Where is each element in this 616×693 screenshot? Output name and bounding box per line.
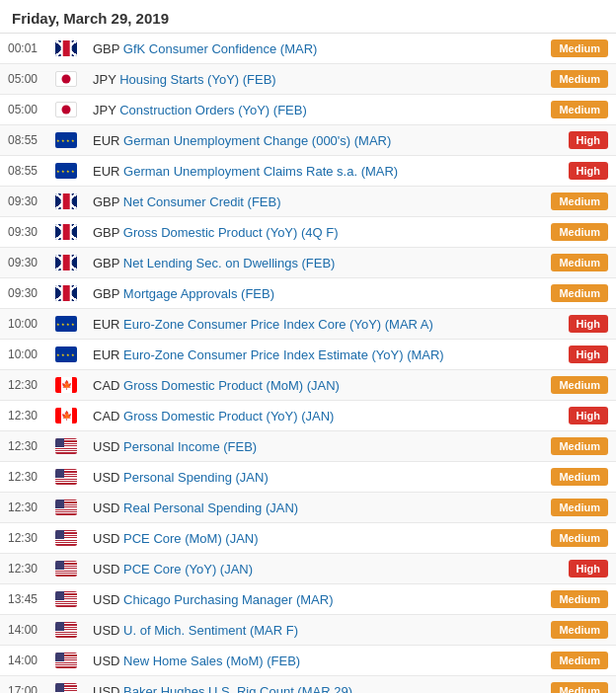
event-name-link[interactable]: Chicago Purchasing Manager (MAR) bbox=[123, 592, 333, 607]
event-flag bbox=[47, 615, 85, 646]
table-row: 08:55EUR German Unemployment Claims Rate… bbox=[0, 156, 616, 187]
flag-gb-icon bbox=[55, 40, 77, 56]
table-row: 14:00USD U. of Mich. Sentiment (MAR F)Me… bbox=[0, 615, 616, 646]
event-description[interactable]: EUR Euro-Zone Consumer Price Index Estim… bbox=[85, 340, 543, 370]
event-importance-cell: High bbox=[543, 554, 616, 584]
flag-us-icon bbox=[55, 500, 77, 515]
event-importance-cell: Medium bbox=[543, 217, 616, 248]
event-description[interactable]: USD PCE Core (YoY) (JAN) bbox=[85, 554, 543, 584]
importance-badge: Medium bbox=[551, 39, 608, 57]
table-row: 12:30USD Personal Spending (JAN)Medium bbox=[0, 462, 616, 493]
event-currency: USD bbox=[93, 623, 123, 638]
event-name-link[interactable]: Net Consumer Credit (FEB) bbox=[123, 194, 281, 209]
event-name-link[interactable]: Mortgage Approvals (FEB) bbox=[123, 286, 274, 301]
event-name-link[interactable]: Euro-Zone Consumer Price Index Estimate … bbox=[123, 347, 444, 362]
event-flag bbox=[47, 462, 85, 493]
event-name-link[interactable]: Net Lending Sec. on Dwellings (FEB) bbox=[123, 256, 336, 270]
importance-badge: Medium bbox=[551, 590, 608, 608]
event-time: 17:00 bbox=[0, 676, 47, 694]
event-description[interactable]: GBP GfK Consumer Confidence (MAR) bbox=[85, 34, 543, 64]
event-description[interactable]: GBP Net Lending Sec. on Dwellings (FEB) bbox=[85, 248, 543, 278]
event-description[interactable]: USD Real Personal Spending (JAN) bbox=[85, 493, 543, 523]
table-row: 05:00JPY Housing Starts (YoY) (FEB)Mediu… bbox=[0, 64, 616, 95]
event-time: 10:00 bbox=[0, 340, 47, 370]
importance-badge: Medium bbox=[551, 621, 608, 639]
importance-badge: Medium bbox=[551, 468, 608, 486]
event-name-link[interactable]: Housing Starts (YoY) (FEB) bbox=[119, 72, 275, 87]
flag-us-icon bbox=[55, 561, 77, 577]
event-importance-cell: Medium bbox=[543, 248, 616, 278]
event-currency: JPY bbox=[93, 103, 119, 117]
table-row: 14:00USD New Home Sales (MoM) (FEB)Mediu… bbox=[0, 646, 616, 676]
event-description[interactable]: USD New Home Sales (MoM) (FEB) bbox=[85, 646, 543, 676]
event-description[interactable]: EUR German Unemployment Change (000's) (… bbox=[85, 125, 543, 156]
event-description[interactable]: CAD Gross Domestic Product (MoM) (JAN) bbox=[85, 370, 543, 401]
event-flag bbox=[47, 248, 85, 278]
event-importance-cell: Medium bbox=[543, 370, 616, 401]
event-importance-cell: High bbox=[543, 340, 616, 370]
table-row: 12:30USD PCE Core (MoM) (JAN)Medium bbox=[0, 523, 616, 554]
event-importance-cell: High bbox=[543, 156, 616, 187]
event-time: 05:00 bbox=[0, 95, 47, 125]
event-description[interactable]: GBP Gross Domestic Product (YoY) (4Q F) bbox=[85, 217, 543, 248]
event-time: 12:30 bbox=[0, 523, 47, 554]
event-name-link[interactable]: Construction Orders (YoY) (FEB) bbox=[119, 103, 307, 117]
event-name-link[interactable]: Real Personal Spending (JAN) bbox=[123, 500, 298, 515]
flag-jp-icon bbox=[55, 102, 77, 117]
importance-badge: Medium bbox=[551, 192, 608, 210]
event-flag bbox=[47, 523, 85, 554]
event-time: 09:30 bbox=[0, 217, 47, 248]
event-description[interactable]: EUR German Unemployment Claims Rate s.a.… bbox=[85, 156, 543, 187]
event-currency: EUR bbox=[93, 133, 123, 148]
importance-badge: High bbox=[569, 560, 608, 578]
flag-us-icon bbox=[55, 653, 77, 668]
event-name-link[interactable]: Baker Hughes U.S. Rig Count (MAR 29) bbox=[123, 684, 352, 694]
event-flag bbox=[47, 493, 85, 523]
event-description[interactable]: USD Personal Spending (JAN) bbox=[85, 462, 543, 493]
event-description[interactable]: USD Personal Income (FEB) bbox=[85, 431, 543, 462]
event-description[interactable]: EUR Euro-Zone Consumer Price Index Core … bbox=[85, 309, 543, 340]
event-time: 13:45 bbox=[0, 584, 47, 615]
event-description[interactable]: CAD Gross Domestic Product (YoY) (JAN) bbox=[85, 401, 543, 431]
event-name-link[interactable]: Personal Income (FEB) bbox=[123, 439, 257, 454]
event-name-link[interactable]: PCE Core (YoY) (JAN) bbox=[123, 562, 253, 577]
event-name-link[interactable]: U. of Mich. Sentiment (MAR F) bbox=[123, 623, 298, 638]
event-time: 09:30 bbox=[0, 187, 47, 217]
flag-us-icon bbox=[55, 530, 77, 546]
event-flag bbox=[47, 401, 85, 431]
importance-badge: High bbox=[569, 346, 608, 363]
event-description[interactable]: USD Baker Hughes U.S. Rig Count (MAR 29) bbox=[85, 676, 543, 694]
event-description[interactable]: GBP Net Consumer Credit (FEB) bbox=[85, 187, 543, 217]
event-name-link[interactable]: Gross Domestic Product (MoM) (JAN) bbox=[123, 378, 340, 393]
event-name-link[interactable]: PCE Core (MoM) (JAN) bbox=[123, 531, 259, 546]
event-description[interactable]: JPY Construction Orders (YoY) (FEB) bbox=[85, 95, 543, 125]
importance-badge: Medium bbox=[551, 437, 608, 455]
event-name-link[interactable]: German Unemployment Claims Rate s.a. (MA… bbox=[123, 164, 398, 179]
event-description[interactable]: GBP Mortgage Approvals (FEB) bbox=[85, 278, 543, 309]
event-name-link[interactable]: Personal Spending (JAN) bbox=[123, 470, 269, 485]
event-currency: GBP bbox=[93, 194, 123, 209]
event-name-link[interactable]: GfK Consumer Confidence (MAR) bbox=[123, 41, 318, 56]
event-name-link[interactable]: New Home Sales (MoM) (FEB) bbox=[123, 654, 300, 668]
event-importance-cell: Medium bbox=[543, 462, 616, 493]
importance-badge: Medium bbox=[551, 376, 608, 394]
event-description[interactable]: USD Chicago Purchasing Manager (MAR) bbox=[85, 584, 543, 615]
event-description[interactable]: USD PCE Core (MoM) (JAN) bbox=[85, 523, 543, 554]
event-currency: CAD bbox=[93, 378, 123, 393]
event-name-link[interactable]: Euro-Zone Consumer Price Index Core (YoY… bbox=[123, 317, 433, 332]
event-name-link[interactable]: Gross Domestic Product (YoY) (JAN) bbox=[123, 409, 334, 424]
event-importance-cell: Medium bbox=[543, 95, 616, 125]
table-row: 12:30USD Real Personal Spending (JAN)Med… bbox=[0, 493, 616, 523]
table-row: 09:30GBP Net Lending Sec. on Dwellings (… bbox=[0, 248, 616, 278]
table-row: 09:30GBP Net Consumer Credit (FEB)Medium bbox=[0, 187, 616, 217]
event-flag bbox=[47, 584, 85, 615]
event-currency: CAD bbox=[93, 409, 123, 424]
event-name-link[interactable]: German Unemployment Change (000's) (MAR) bbox=[123, 133, 391, 148]
event-description[interactable]: USD U. of Mich. Sentiment (MAR F) bbox=[85, 615, 543, 646]
flag-gb-icon bbox=[55, 285, 77, 301]
flag-jp-icon bbox=[55, 71, 77, 87]
event-name-link[interactable]: Gross Domestic Product (YoY) (4Q F) bbox=[123, 225, 339, 240]
event-currency: USD bbox=[93, 592, 123, 607]
event-currency: GBP bbox=[93, 41, 123, 56]
event-description[interactable]: JPY Housing Starts (YoY) (FEB) bbox=[85, 64, 543, 95]
